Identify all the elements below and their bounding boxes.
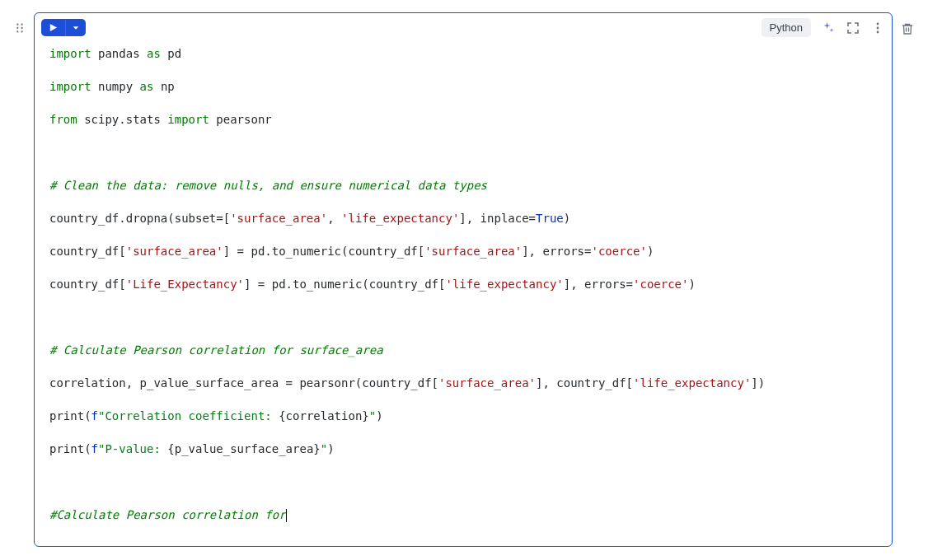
code-comment: # Calculate Pearson correlation for surf… [49,342,877,358]
svg-point-2 [16,27,18,29]
more-options-icon[interactable] [870,21,885,35]
delete-cell-button[interactable] [899,21,916,37]
svg-point-5 [21,30,22,32]
svg-point-1 [21,23,22,25]
cell-toolbar: Python [35,13,892,39]
svg-point-6 [877,22,879,25]
run-button-group [41,19,86,36]
toolbar-left [41,19,86,36]
text-cursor-icon [286,509,287,522]
svg-point-0 [16,23,18,25]
language-badge[interactable]: Python [762,18,811,37]
code-comment: # Clean the data: remove nulls, and ensu… [49,177,877,194]
toolbar-right: Python [762,18,885,37]
code-editor[interactable]: import pandas as pd import numpy as np f… [35,39,892,546]
svg-point-3 [21,27,22,29]
code-comment: #Calculate Pearson correlation for [49,508,286,521]
svg-point-8 [877,30,879,33]
run-button[interactable] [41,19,65,36]
drag-handle-icon[interactable] [12,21,27,35]
run-dropdown-button[interactable] [65,20,86,36]
svg-point-7 [877,26,879,29]
sparkle-icon[interactable] [821,21,836,35]
expand-icon[interactable] [846,21,860,35]
active-code-cell[interactable]: Python [34,12,893,547]
cell-wrapper: Python [34,12,893,547]
notebook-container: Python [12,12,916,547]
code-keyword: import [49,47,91,60]
svg-point-4 [16,30,18,32]
